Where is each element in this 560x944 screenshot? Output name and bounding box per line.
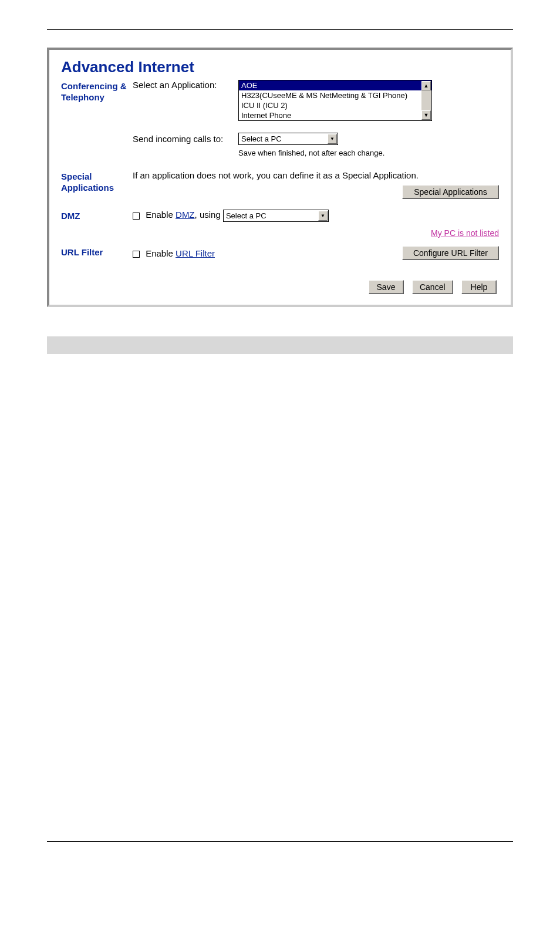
enable-dmz-suffix: , using	[195, 210, 223, 220]
dropdown-icon[interactable]: ▼	[328, 134, 337, 144]
special-applications-button[interactable]: Special Applications	[402, 185, 499, 199]
scroll-down-icon[interactable]: ▼	[421, 110, 431, 120]
send-calls-label: Send incoming calls to:	[133, 134, 238, 144]
section-conferencing-label: Conferencing & Telephony	[61, 80, 133, 103]
my-pc-not-listed-link[interactable]: My PC is not listed	[431, 228, 499, 238]
enable-urlfilter-prefix: Enable	[146, 248, 176, 258]
dmz-link[interactable]: DMZ	[176, 210, 195, 220]
app-option[interactable]: AOE	[239, 80, 431, 90]
save-button[interactable]: Save	[369, 280, 404, 294]
enable-dmz-prefix: Enable	[146, 210, 176, 220]
app-option[interactable]: ICU II (ICU 2)	[239, 100, 431, 110]
special-description: If an application does not work, you can…	[133, 170, 499, 180]
panel-title: Advanced Internet	[61, 58, 499, 76]
send-calls-pc-value: Select a PC	[241, 134, 282, 143]
top-rule	[47, 29, 513, 30]
scroll-up-icon[interactable]: ▲	[421, 81, 431, 90]
application-listbox[interactable]: AOE H323(CUseeME & MS NetMeeting & TGI P…	[238, 80, 432, 121]
enable-dmz-checkbox[interactable]	[133, 213, 140, 220]
save-note: Save when finished, not after each chang…	[238, 149, 499, 157]
listbox-scrollbar[interactable]: ▲ ▼	[421, 81, 431, 120]
help-button[interactable]: Help	[461, 280, 497, 294]
dmz-pc-value: Select a PC	[226, 211, 266, 220]
dropdown-icon[interactable]: ▼	[318, 211, 328, 221]
advanced-internet-panel: Advanced Internet Conferencing & Telepho…	[47, 48, 513, 307]
section-special-label: Special Applications	[61, 170, 133, 194]
section-dmz-label: DMZ	[61, 210, 133, 222]
url-filter-link[interactable]: URL Filter	[176, 248, 215, 258]
send-calls-pc-select[interactable]: Select a PC ▼	[238, 133, 338, 145]
gray-band	[47, 336, 513, 354]
section-urlfilter-label: URL Filter	[61, 246, 133, 258]
app-option[interactable]: H323(CUseeME & MS NetMeeting & TGI Phone…	[239, 90, 431, 100]
enable-urlfilter-checkbox[interactable]	[133, 251, 140, 258]
app-option[interactable]: Internet Phone	[239, 110, 431, 120]
dmz-pc-select[interactable]: Select a PC ▼	[223, 210, 329, 222]
configure-url-filter-button[interactable]: Configure URL Filter	[402, 246, 499, 260]
bottom-rule	[47, 841, 513, 842]
select-application-label: Select an Application:	[133, 80, 238, 90]
cancel-button[interactable]: Cancel	[412, 280, 453, 294]
